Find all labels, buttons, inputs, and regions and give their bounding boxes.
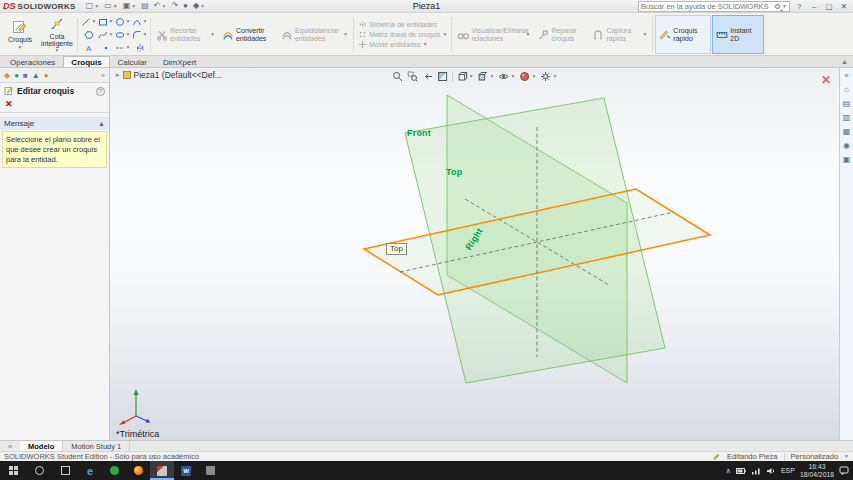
convert-entities-button[interactable]: Convertir entidades [219,15,277,54]
chevron-down-icon[interactable]: ▼ [55,48,60,53]
graphics-area[interactable]: ▸ Pieza1 (Default<<Def... ▼ [110,68,839,440]
view-palette-icon[interactable]: ▦ [843,127,851,136]
corner-rectangle-tool-button[interactable]: ▼ [97,15,114,28]
save-button[interactable]: ▣▼ [123,2,137,10]
mirror-entities-tool-button[interactable] [131,41,148,54]
redo-button[interactable]: ↷ [171,2,178,10]
instant-2d-button[interactable]: Instant 2D [712,15,764,54]
hidden-icons-chevron-icon[interactable]: ∧ [726,467,731,475]
collapse-pane-chevron-icon[interactable]: « [844,71,848,80]
cancel-sketch-button[interactable]: ✕ [5,99,13,109]
tab-operaciones[interactable]: Operaciones [2,56,63,67]
taskbar-app-solidworks[interactable] [150,461,174,480]
trim-entities-button[interactable]: Recortar entidades ▼ [153,15,218,54]
custom-properties-icon[interactable]: ▣ [843,155,851,164]
search-icon[interactable] [775,4,780,9]
design-library-icon[interactable]: ▤ [843,99,851,108]
sketch-fillet-tool-button[interactable]: ▼ [131,28,148,41]
minimize-button[interactable]: – [808,2,820,11]
maximize-button[interactable]: ▢ [823,2,835,11]
taskbar-app-generic[interactable] [198,461,222,480]
configurationmanager-tab-icon[interactable]: ■ [23,71,28,80]
start-button[interactable] [0,461,26,480]
license-text: SOLIDWORKS Student Edition - Sólo para u… [4,452,199,461]
expand-tree-chevron-icon[interactable]: ▸ [116,71,120,79]
tab-modelo[interactable]: Modelo [20,441,63,451]
close-button[interactable]: ✕ [838,2,850,11]
network-icon[interactable] [751,467,761,475]
print-button[interactable]: ▤ [141,2,149,10]
display-style-icon[interactable]: ▼ [478,71,495,82]
appearances-icon[interactable]: ◉ [843,141,850,150]
help-search-input[interactable] [641,2,773,11]
point-tool-button[interactable] [97,41,114,54]
flyout-feature-tree[interactable]: ▸ Pieza1 (Default<<Def... [116,70,222,80]
manager-tabs-overflow-icon[interactable]: » [101,71,105,80]
repair-sketch-button[interactable]: Reparar croquis [534,15,588,54]
help-search-box[interactable]: ▼ [638,1,790,12]
arc-tool-button[interactable]: ▼ [131,15,148,28]
propertymanager-tab-icon[interactable]: ● [14,71,19,80]
zoom-to-area-icon[interactable] [407,71,418,82]
file-explorer-icon[interactable]: ▥ [843,113,851,122]
help-icon[interactable]: ? [96,87,105,96]
volume-icon[interactable] [766,467,776,475]
cortana-search-button[interactable] [26,461,52,480]
polygon-tool-button[interactable] [80,28,97,41]
move-entities-button[interactable]: Mover entidades ▼ [356,40,450,49]
section-view-icon[interactable] [437,71,448,82]
circle-tool-button[interactable]: ▼ [114,15,131,28]
task-view-button[interactable] [52,461,78,480]
rebuild-button[interactable]: ● [183,2,188,10]
chevron-down-icon[interactable]: ▼ [844,454,849,459]
battery-icon[interactable] [736,467,746,475]
smart-dimension-button[interactable]: Cota inteligente ▼ [39,15,75,54]
line-tool-button[interactable]: ▼ [80,15,97,28]
display-delete-relations-button[interactable]: Visualizar/Eliminar relaciones ▼ [454,15,533,54]
collapse-section-chevron-icon[interactable]: ▲ [98,120,105,127]
language-indicator[interactable]: ESP [781,467,795,474]
tab-croquis[interactable]: Croquis [63,56,109,67]
linear-sketch-pattern-button[interactable]: Matriz lineal de croquis ▼ [356,30,450,39]
mirror-entities-button[interactable]: Simetría de entidades [356,20,450,29]
quick-snaps-button[interactable]: Captura rápida ▼ [589,15,650,54]
open-document-button[interactable]: ▭▼ [104,2,118,10]
featuremanager-tab-icon[interactable]: ◆ [4,71,10,80]
previous-view-icon[interactable] [422,71,433,82]
taskbar-app-green[interactable] [102,461,126,480]
view-settings-icon[interactable]: ▼ [540,71,557,82]
text-tool-button[interactable]: A [80,41,97,54]
options-button[interactable]: ◆▼ [193,2,205,10]
undo-button[interactable]: ↶▼ [154,2,167,10]
centerline-tool-button[interactable]: ▼ [114,41,131,54]
notification-center-icon[interactable] [839,466,849,475]
help-button[interactable]: ? [793,2,805,11]
search-scope-chevron-icon[interactable]: ▼ [782,4,787,9]
sketch-button[interactable]: Croquis ▼ [2,15,38,54]
taskbar-app-firefox[interactable] [126,461,150,480]
zoom-to-fit-icon[interactable] [392,71,403,82]
message-section-header[interactable]: Mensaje ▲ [0,117,109,130]
tab-dimxpert[interactable]: DimXpert [155,56,204,67]
rapid-sketch-button[interactable]: Croquis rápido [655,15,711,54]
solidworks-resources-icon[interactable]: ⌂ [844,85,849,94]
tab-scroll-left-icon[interactable]: « [0,441,20,451]
hide-show-items-icon[interactable]: ▼ [499,71,516,82]
taskbar-app-word[interactable]: W [174,461,198,480]
edit-appearance-icon[interactable]: ▼ [519,71,536,82]
ellipse-tool-button[interactable]: ▼ [114,28,131,41]
taskbar-clock[interactable]: 16:43 18/04/2018 [800,463,834,478]
collapse-ribbon-chevron-icon[interactable]: ▲ [841,58,848,65]
chevron-down-icon[interactable]: ▼ [18,45,23,50]
display-state-selector[interactable]: Personalizado [791,452,839,461]
new-document-button[interactable]: ▢▼ [86,2,100,10]
view-orientation-icon[interactable]: ▼ [457,71,474,82]
dimxpertmanager-tab-icon[interactable]: ▲ [32,71,40,80]
tab-calcular[interactable]: Calcular [110,56,155,67]
tab-motion-study[interactable]: Motion Study 1 [63,441,130,451]
offset-entities-button[interactable]: Equidistanciar entidades ▼ [278,15,351,54]
spline-tool-button[interactable]: ▼ [97,28,114,41]
displaymanager-tab-icon[interactable]: ● [44,71,49,80]
taskbar-app-edge[interactable]: e [78,461,102,480]
confirmation-corner-cancel-icon[interactable]: ✕ [821,74,831,86]
